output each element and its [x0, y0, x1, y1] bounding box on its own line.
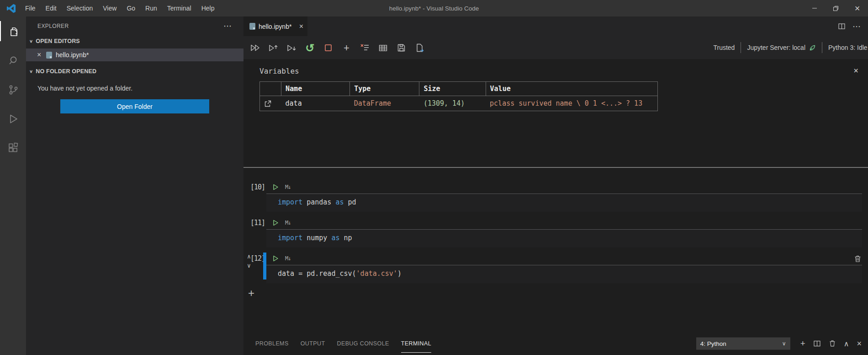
terminal-select[interactable]: 4: Python ∨ — [696, 337, 790, 350]
code-text: pandas — [302, 198, 335, 206]
new-terminal-icon[interactable]: + — [800, 339, 805, 348]
terminal-select-value: 4: Python — [700, 340, 726, 347]
open-editor-item[interactable]: × hello.ipynb* — [26, 48, 243, 61]
tab-hello-ipynb[interactable]: hello.ipynb* × — [243, 16, 307, 36]
menu-go[interactable]: Go — [122, 5, 140, 12]
close-editor-icon[interactable]: × — [37, 51, 46, 59]
variables-view-icon[interactable] — [378, 43, 388, 53]
explorer-icon[interactable] — [0, 16, 26, 46]
run-cell-icon[interactable] — [272, 255, 279, 262]
code-text: np — [339, 234, 352, 242]
selected-cell-indicator — [263, 253, 266, 280]
notebook-cells: [10] M↓ import pandas as pd [11] M↓ — [243, 168, 868, 332]
code-string: 'data.csv' — [356, 269, 397, 278]
titlebar: File Edit Selection View Go Run Terminal… — [0, 0, 868, 16]
cell-language-toggle[interactable]: M↓ — [285, 184, 291, 190]
notebook-file-icon — [249, 23, 255, 30]
variables-header-row: Name Type Size Value — [260, 82, 658, 96]
kill-terminal-icon[interactable] — [829, 340, 836, 347]
search-icon[interactable] — [0, 46, 26, 75]
sidebar-more-actions-icon[interactable]: ⋯ — [223, 24, 232, 28]
notebook-file-icon — [46, 52, 52, 59]
run-below-icon[interactable] — [286, 43, 297, 53]
minimize-button[interactable] — [804, 0, 825, 16]
split-terminal-icon[interactable] — [813, 339, 821, 347]
menu-terminal[interactable]: Terminal — [162, 5, 196, 12]
menu-edit[interactable]: Edit — [41, 5, 62, 12]
interrupt-icon[interactable] — [323, 43, 333, 53]
variable-type: DataFrame — [350, 96, 419, 111]
open-editors-label: OPEN EDITORS — [36, 38, 80, 44]
add-cell-icon[interactable]: + — [341, 43, 352, 53]
variables-title: Variables — [259, 59, 868, 75]
clear-outputs-icon[interactable] — [360, 43, 370, 53]
cell-12-selected[interactable]: ∧ ∨ [12] M↓ data = pd.read_csv('data.csv… — [243, 252, 868, 283]
variable-size: (1309, 14) — [419, 96, 486, 111]
code-keyword: as — [331, 234, 339, 242]
window-controls: × — [804, 0, 868, 16]
close-tab-icon[interactable]: × — [299, 22, 303, 31]
restart-kernel-icon[interactable]: ↺ — [305, 43, 315, 53]
open-variable-icon[interactable] — [260, 96, 281, 111]
menu-file[interactable]: File — [20, 5, 41, 12]
more-actions-icon[interactable]: ⋯ — [852, 25, 861, 28]
no-folder-message: You have not yet opened a folder. — [37, 85, 243, 92]
close-variables-icon[interactable]: × — [853, 65, 858, 75]
cell-code-editor[interactable]: data = pd.read_csv('data.csv') — [266, 265, 862, 283]
run-cell-icon[interactable] — [272, 183, 279, 191]
notebook-toolbar: ↺ + Trusted — [243, 36, 868, 59]
cell-language-toggle[interactable]: M↓ — [285, 255, 291, 262]
source-control-icon[interactable] — [0, 75, 26, 104]
split-editor-icon[interactable] — [838, 22, 846, 30]
editor-area: hello.ipynb* × ⋯ — [243, 16, 868, 355]
kernel-picker[interactable]: Python 3: Idle — [828, 44, 868, 51]
close-window-button[interactable]: × — [847, 0, 868, 16]
menu-help[interactable]: Help — [196, 5, 220, 12]
add-cell-button[interactable]: + — [248, 289, 257, 297]
cell-language-toggle[interactable]: M↓ — [285, 220, 291, 226]
code-text: numpy — [302, 234, 331, 242]
jupyter-server-status[interactable]: Jupyter Server: local — [747, 44, 816, 51]
tab-output[interactable]: OUTPUT — [295, 332, 331, 355]
variable-value: pclass survived name \ 0 1 <...> ? 13 — [486, 96, 657, 111]
open-editors-section[interactable]: ∨ OPEN EDITORS — [26, 36, 243, 47]
menu-run[interactable]: Run — [140, 5, 162, 12]
restore-button[interactable] — [825, 0, 847, 16]
cell-11[interactable]: [11] M↓ import numpy as np — [243, 216, 868, 247]
run-debug-icon[interactable] — [0, 104, 26, 134]
tab-label: hello.ipynb* — [259, 23, 291, 30]
run-above-icon[interactable] — [268, 43, 279, 53]
panel-actions: 4: Python ∨ + ∧ × — [696, 337, 862, 350]
chevron-down-icon: ∨ — [29, 69, 33, 74]
close-panel-icon[interactable]: × — [857, 339, 862, 348]
menu-selection[interactable]: Selection — [62, 5, 98, 12]
vscode-logo-icon — [6, 3, 16, 14]
code-keyword: as — [335, 198, 344, 206]
tab-problems[interactable]: PROBLEMS — [249, 332, 295, 355]
tab-terminal[interactable]: TERMINAL — [395, 332, 437, 355]
save-icon[interactable] — [396, 43, 407, 53]
menu-view[interactable]: View — [98, 5, 122, 12]
execution-count: [11] — [250, 219, 267, 227]
cell-toolbar: M↓ — [266, 180, 862, 194]
cell-toolbar: M↓ — [266, 216, 862, 229]
variable-row-data[interactable]: data DataFrame (1309, 14) pclass survive… — [260, 96, 658, 111]
window-title: hello.ipynb* - Visual Studio Code — [389, 5, 479, 12]
no-folder-section[interactable]: ∨ NO FOLDER OPENED — [26, 66, 243, 77]
export-icon[interactable] — [414, 43, 425, 53]
maximize-panel-icon[interactable]: ∧ — [844, 339, 849, 348]
trusted-badge[interactable]: Trusted — [713, 44, 735, 51]
code-text: data = pd.read_csv( — [278, 269, 356, 278]
delete-cell-icon[interactable] — [854, 255, 862, 263]
run-cell-icon[interactable] — [272, 219, 279, 226]
jupyter-server-label: Jupyter Server: local — [747, 44, 805, 51]
cell-code-editor[interactable]: import numpy as np — [266, 229, 862, 247]
tab-debug-console[interactable]: DEBUG CONSOLE — [331, 332, 395, 355]
cell-code-editor[interactable]: import pandas as pd — [266, 194, 862, 212]
extensions-icon[interactable] — [0, 134, 26, 163]
expand-cell-icon[interactable]: ∨ — [247, 263, 251, 269]
run-all-icon[interactable] — [250, 43, 260, 53]
open-folder-button[interactable]: Open Folder — [60, 99, 209, 113]
cell-10[interactable]: [10] M↓ import pandas as pd — [243, 180, 868, 212]
size-column-header: Size — [419, 82, 486, 96]
